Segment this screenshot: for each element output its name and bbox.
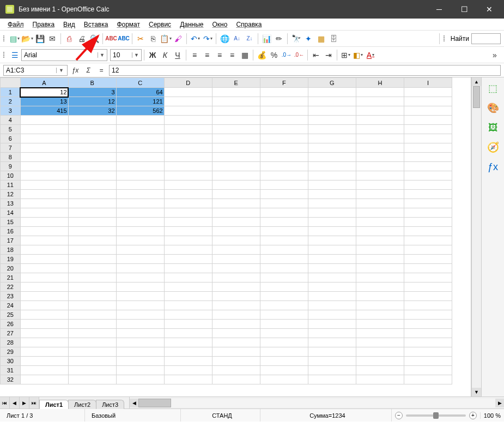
cell-H17[interactable]: [356, 236, 404, 245]
cell-G31[interactable]: [308, 366, 356, 375]
cell-A6[interactable]: [20, 134, 68, 143]
column-header-F[interactable]: F: [260, 78, 308, 88]
cell-E2[interactable]: [212, 97, 260, 106]
row-header-22[interactable]: 22: [1, 282, 21, 292]
add-decimal-button[interactable]: .0→: [281, 49, 293, 61]
scroll-up-button[interactable]: ▲: [472, 77, 481, 86]
save-button[interactable]: 💾: [34, 33, 46, 45]
cell-B7[interactable]: [68, 143, 116, 153]
cell-D9[interactable]: [164, 162, 212, 171]
merge-cells-button[interactable]: ▦: [239, 49, 251, 61]
menu-help[interactable]: Справка: [233, 20, 265, 29]
cell-G9[interactable]: [308, 162, 356, 171]
cell-B24[interactable]: [68, 301, 116, 310]
cell-C30[interactable]: [116, 357, 164, 366]
status-mode[interactable]: СТАНД: [184, 409, 260, 422]
cell-B25[interactable]: [68, 310, 116, 320]
cell-B11[interactable]: [68, 181, 116, 190]
cell-C11[interactable]: [116, 181, 164, 190]
cell-H21[interactable]: [356, 273, 404, 282]
align-center-button[interactable]: ≡: [201, 49, 213, 61]
cell-F21[interactable]: [260, 273, 308, 282]
cell-F6[interactable]: [260, 134, 308, 143]
cell-B13[interactable]: [68, 199, 116, 208]
cell-C4[interactable]: [116, 116, 164, 125]
cell-A26[interactable]: [20, 320, 68, 329]
row-header-2[interactable]: 2: [1, 97, 21, 106]
menu-file[interactable]: Файл: [4, 20, 27, 29]
cell-A5[interactable]: [20, 125, 68, 134]
cell-F32[interactable]: [260, 375, 308, 384]
cell-D27[interactable]: [164, 329, 212, 338]
cell-D21[interactable]: [164, 273, 212, 282]
row-header-12[interactable]: 12: [1, 190, 21, 199]
cell-A11[interactable]: [20, 181, 68, 190]
cell-F12[interactable]: [260, 190, 308, 199]
cell-F14[interactable]: [260, 208, 308, 218]
cell-I9[interactable]: [404, 162, 452, 171]
cell-A31[interactable]: [20, 366, 68, 375]
cell-G17[interactable]: [308, 236, 356, 245]
cell-A13[interactable]: [20, 199, 68, 208]
paste-button[interactable]: 📋▾: [160, 33, 172, 45]
cell-I5[interactable]: [404, 125, 452, 134]
cell-H4[interactable]: [356, 116, 404, 125]
cell-F25[interactable]: [260, 310, 308, 320]
cell-F29[interactable]: [260, 347, 308, 357]
cell-H32[interactable]: [356, 375, 404, 384]
cell-B17[interactable]: [68, 236, 116, 245]
zoom-in-button[interactable]: +: [469, 412, 477, 419]
cell-I7[interactable]: [404, 143, 452, 153]
cell-H11[interactable]: [356, 181, 404, 190]
spellcheck-button[interactable]: ABC: [105, 33, 117, 45]
cell-I10[interactable]: [404, 171, 452, 181]
cell-B29[interactable]: [68, 347, 116, 357]
cell-D20[interactable]: [164, 264, 212, 273]
close-button[interactable]: ✕: [477, 0, 502, 19]
cell-H22[interactable]: [356, 282, 404, 292]
tab-next-button[interactable]: ▶: [20, 397, 29, 408]
cell-E5[interactable]: [212, 125, 260, 134]
cell-H15[interactable]: [356, 218, 404, 227]
cell-I31[interactable]: [404, 366, 452, 375]
cell-C3[interactable]: 562: [116, 106, 164, 116]
cell-A12[interactable]: [20, 190, 68, 199]
new-doc-button[interactable]: ▤▾: [9, 33, 21, 45]
cell-H16[interactable]: [356, 227, 404, 236]
cell-E24[interactable]: [212, 301, 260, 310]
cell-G30[interactable]: [308, 357, 356, 366]
row-header-31[interactable]: 31: [1, 366, 21, 375]
sheet-tab-1[interactable]: Лист1: [39, 400, 69, 409]
row-header-13[interactable]: 13: [1, 199, 21, 208]
cell-A9[interactable]: [20, 162, 68, 171]
find-replace-button[interactable]: 🔭: [290, 33, 302, 45]
increase-indent-button[interactable]: ⇥: [323, 49, 335, 61]
cell-G23[interactable]: [308, 292, 356, 301]
cell-E25[interactable]: [212, 310, 260, 320]
align-right-button[interactable]: ≡: [214, 49, 226, 61]
cell-G15[interactable]: [308, 218, 356, 227]
cell-A8[interactable]: [20, 153, 68, 162]
cell-B14[interactable]: [68, 208, 116, 218]
select-all-corner[interactable]: [1, 78, 21, 88]
hyperlink-button[interactable]: 🌐: [218, 33, 230, 45]
menu-data[interactable]: Данные: [177, 20, 207, 29]
zoom-value[interactable]: 100 %: [480, 412, 501, 419]
cell-D10[interactable]: [164, 171, 212, 181]
find-input[interactable]: [471, 33, 501, 44]
cell-G2[interactable]: [308, 97, 356, 106]
cell-A24[interactable]: [20, 301, 68, 310]
cell-F8[interactable]: [260, 153, 308, 162]
cell-G1[interactable]: [308, 88, 356, 97]
cell-I13[interactable]: [404, 199, 452, 208]
decrease-indent-button[interactable]: ⇤: [310, 49, 322, 61]
column-header-E[interactable]: E: [212, 78, 260, 88]
cell-A4[interactable]: [20, 116, 68, 125]
cell-D24[interactable]: [164, 301, 212, 310]
cell-G16[interactable]: [308, 227, 356, 236]
row-header-18[interactable]: 18: [1, 245, 21, 255]
cell-D13[interactable]: [164, 199, 212, 208]
cell-G11[interactable]: [308, 181, 356, 190]
cell-I2[interactable]: [404, 97, 452, 106]
name-box[interactable]: ▼: [3, 65, 68, 76]
